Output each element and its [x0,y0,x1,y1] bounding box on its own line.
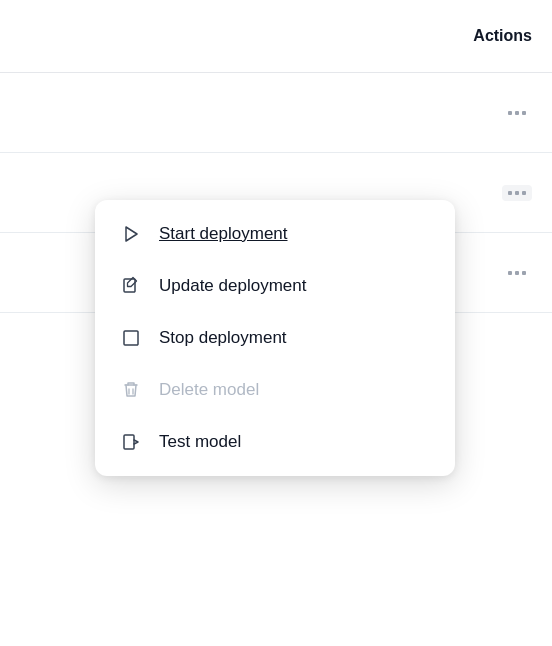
trash-icon [119,378,143,402]
dot [515,111,519,115]
table-row [0,73,552,153]
dot [522,271,526,275]
row-actions-button[interactable] [502,265,532,281]
update-deployment-label: Update deployment [159,276,306,296]
dot [508,191,512,195]
dot [515,191,519,195]
stop-deployment-item[interactable]: Stop deployment [95,312,455,364]
svg-rect-2 [124,331,138,345]
actions-header: Actions [473,27,532,45]
table-header: Actions [0,0,552,73]
play-icon [119,222,143,246]
dropdown-menu: Start deployment Update deployment Stop … [95,200,455,476]
test-model-item[interactable]: Test model [95,416,455,468]
stop-icon [119,326,143,350]
dot [522,111,526,115]
start-deployment-label: Start deployment [159,224,288,244]
dot [508,271,512,275]
row-actions-button[interactable] [502,105,532,121]
page-container: Actions [0,0,552,646]
dot [515,271,519,275]
svg-marker-0 [126,227,137,241]
update-deployment-item[interactable]: Update deployment [95,260,455,312]
edit-icon [119,274,143,298]
svg-rect-3 [124,435,134,449]
test-icon [119,430,143,454]
delete-model-label: Delete model [159,380,259,400]
start-deployment-item[interactable]: Start deployment [95,208,455,260]
stop-deployment-label: Stop deployment [159,328,287,348]
dot [522,191,526,195]
dot [508,111,512,115]
row-actions-button[interactable] [502,185,532,201]
delete-model-item[interactable]: Delete model [95,364,455,416]
test-model-label: Test model [159,432,241,452]
